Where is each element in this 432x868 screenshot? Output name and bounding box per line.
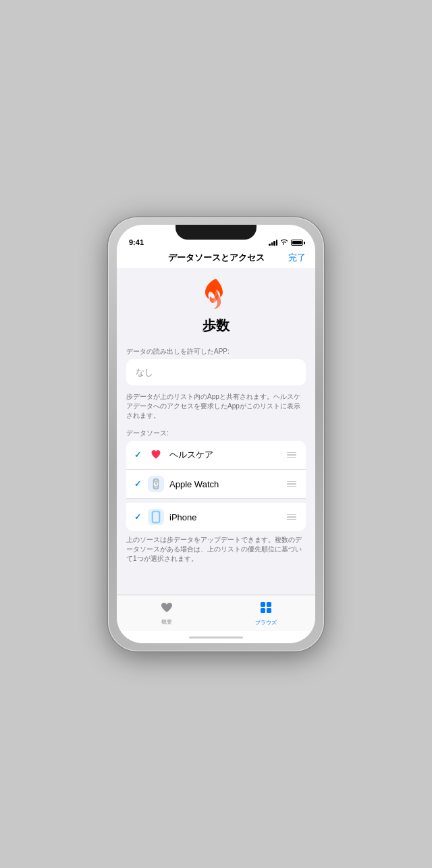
tab-bar: 概要 ブラウズ [117, 595, 315, 631]
drag-handle-watch[interactable] [286, 480, 298, 489]
app-name: 歩数 [202, 317, 230, 335]
wifi-icon [280, 239, 288, 246]
drag-handle-health[interactable] [286, 451, 298, 460]
check-icon-iphone: ✓ [134, 512, 142, 522]
source-name-health: ヘルスケア [169, 449, 280, 461]
health-icon [148, 447, 164, 463]
sources-list: ✓ ヘルスケア [126, 441, 306, 531]
svg-point-9 [155, 522, 157, 523]
home-indicator [117, 631, 315, 643]
notch [176, 225, 256, 240]
source-row-health[interactable]: ✓ ヘルスケア [126, 441, 306, 470]
tab-browse-label: ブラウズ [255, 619, 277, 626]
svg-rect-11 [267, 602, 271, 607]
status-time: 9:41 [129, 238, 144, 246]
content-area: 歩数 データの読み出しを許可したAPP: なし 歩データが上のリスト内のAppと… [117, 268, 315, 595]
read-access-value: なし [136, 367, 153, 377]
check-icon-health: ✓ [134, 450, 142, 460]
source-name-iphone: iPhone [169, 512, 280, 522]
tab-summary-label: 概要 [161, 618, 172, 626]
flame-icon [202, 277, 230, 313]
nav-title: データソースとアクセス [168, 252, 265, 264]
sources-section: データソース: ✓ ヘルスケア [117, 425, 315, 533]
read-access-section: データの読み出しを許可したAPP: なし [117, 342, 315, 389]
app-header: 歩数 [117, 268, 315, 342]
read-access-label: データの読み出しを許可したAPP: [126, 347, 306, 356]
tab-browse[interactable]: ブラウズ [216, 601, 315, 626]
heart-icon [160, 601, 173, 617]
svg-rect-12 [261, 608, 265, 613]
sources-label: データソース: [126, 429, 306, 438]
source-row-iphone[interactable]: ✓ iPhone [126, 499, 306, 531]
svg-rect-10 [261, 602, 265, 607]
battery-icon [291, 240, 303, 246]
drag-handle-iphone[interactable] [286, 513, 298, 522]
phone-screen: 9:41 [117, 225, 315, 643]
spacer [117, 569, 315, 595]
watch-icon [148, 476, 164, 492]
sources-description: 上のソースは歩データをアップデートできます。複数のデータソースがある場合は、上の… [117, 533, 315, 569]
source-row-watch[interactable]: ✓ Apple Watch [126, 470, 306, 499]
signal-icon [269, 240, 277, 246]
read-access-description: 歩データが上のリスト内のAppと共有されます。ヘルスケアデータへのアクセスを要求… [117, 389, 315, 425]
check-icon-watch: ✓ [134, 479, 142, 489]
svg-rect-13 [267, 608, 271, 613]
home-bar [189, 636, 243, 639]
iphone-icon [148, 509, 164, 525]
read-access-card: なし [126, 359, 306, 385]
nav-bar: データソースとアクセス 完了 [117, 249, 315, 268]
svg-rect-8 [153, 512, 159, 522]
grid-icon [259, 601, 273, 618]
source-name-watch: Apple Watch [169, 479, 280, 489]
tab-summary[interactable]: 概要 [117, 601, 216, 626]
status-icons [269, 239, 303, 246]
done-button[interactable]: 完了 [288, 252, 306, 264]
phone-frame: 9:41 [108, 217, 324, 651]
